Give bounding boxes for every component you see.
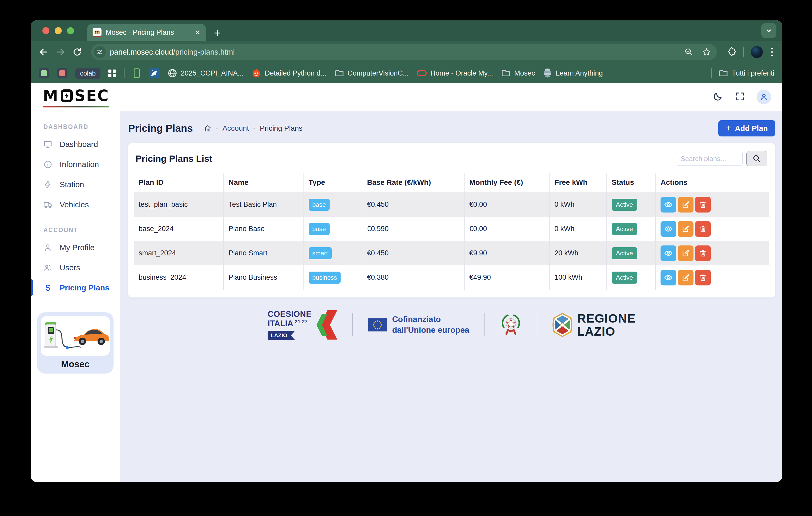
bookmark-phone[interactable] [133, 68, 141, 79]
card-title: Pricing Plans List [136, 153, 212, 164]
browser-profile-avatar[interactable] [751, 46, 763, 58]
dollar-icon: $ [44, 283, 52, 293]
bookmark-learn-anything[interactable]: Learn Anything [543, 68, 603, 79]
sidebar-item-station[interactable]: Station [31, 174, 120, 194]
database-layers-icon [543, 68, 552, 79]
site-controls-button[interactable] [94, 46, 106, 58]
sidebar-item-label: Pricing Plans [60, 283, 109, 292]
view-button[interactable] [661, 245, 676, 261]
edit-button[interactable] [678, 221, 694, 237]
coesione-lazio-banner: LAZIO [268, 331, 295, 340]
browser-tab[interactable]: m Mosec - Pricing Plans ✕ [87, 24, 206, 41]
url-domain: panel.mosec.cloud [110, 48, 173, 56]
cell-free-kwh: 20 kWh [550, 241, 607, 265]
phone-icon [133, 68, 141, 79]
edit-button[interactable] [678, 197, 694, 213]
search-input[interactable] [676, 152, 743, 166]
extensions-button[interactable] [726, 47, 736, 57]
col-free-kwh: Free kWh [550, 173, 607, 192]
trash-icon [699, 273, 707, 282]
dark-mode-toggle[interactable] [713, 91, 723, 103]
screen: m Mosec - Pricing Plans ✕ + panel.mosec.… [0, 0, 812, 516]
fullscreen-button[interactable] [734, 91, 745, 103]
zoom-out-icon [684, 47, 694, 57]
delete-button[interactable] [695, 270, 711, 285]
delete-button[interactable] [695, 245, 711, 261]
sidebar-item-dashboard[interactable]: Dashboard [31, 134, 120, 154]
breadcrumb-account-link[interactable]: Account [222, 124, 249, 132]
home-icon[interactable] [204, 124, 212, 132]
sidebar-item-information[interactable]: Information [31, 154, 120, 174]
new-tab-button[interactable]: + [214, 27, 221, 39]
italy-emblem-icon [500, 313, 522, 337]
cell-monthly-fee: €9.90 [464, 241, 549, 265]
col-status: Status [607, 173, 656, 192]
bookmark-mysql[interactable] [149, 68, 160, 79]
url-text: panel.mosec.cloud/pricing-plans.html [110, 48, 235, 57]
col-actions: Actions [656, 173, 770, 192]
bookmark-ccpi[interactable]: 2025_CCPI_AINA... [167, 68, 243, 78]
delete-button[interactable] [695, 221, 711, 237]
delete-button[interactable] [695, 197, 711, 213]
sidebar-item-label: Station [60, 180, 84, 189]
zoom-out-button[interactable] [684, 47, 694, 57]
funding-logos: COESIONE ITALIA21-27 LAZIO [128, 309, 775, 340]
bookmark-star-button[interactable] [702, 47, 711, 57]
forward-arrow-icon [55, 47, 65, 57]
reload-button[interactable] [72, 47, 82, 57]
sidebar-item-pricing-plans[interactable]: $ Pricing Plans [31, 278, 120, 298]
logo-text-right: SEC [75, 87, 109, 104]
bookmark-red-square[interactable] [57, 68, 67, 79]
all-bookmarks-button[interactable]: Tutti i preferiti [718, 68, 774, 78]
type-badge: base [309, 199, 329, 211]
traffic-lights [42, 27, 74, 34]
person-icon [44, 243, 52, 252]
table-row: smart_2024 Piano Smart smart €0.450 €9.9… [134, 241, 770, 265]
view-button[interactable] [661, 197, 676, 213]
folder-icon [334, 68, 344, 78]
pricing-plans-table: Plan ID Name Type Base Rate (€/kWh) Mont… [134, 173, 770, 290]
bookmark-colab[interactable]: colab [75, 68, 100, 79]
bookmark-label: ComputerVisionC... [348, 69, 409, 78]
coesione-arrow-icon [315, 310, 337, 340]
cell-name: Piano Smart [224, 241, 303, 265]
cell-base-rate: €0.450 [362, 192, 464, 217]
browser-menu-button[interactable] [770, 48, 774, 56]
sidebar-item-vehicles[interactable]: Vehicles [31, 194, 120, 215]
cell-base-rate: €0.590 [362, 217, 464, 241]
view-button[interactable] [661, 270, 676, 285]
sidebar-item-users[interactable]: Users [31, 257, 120, 278]
cell-base-rate: €0.380 [362, 265, 464, 290]
tab-search-chevron-button[interactable] [761, 23, 776, 38]
minimize-window-button[interactable] [55, 27, 62, 34]
cell-plan-id: business_2024 [134, 265, 224, 290]
search-button[interactable] [746, 151, 767, 166]
edit-button[interactable] [678, 270, 694, 285]
logo-text-left: M [43, 87, 59, 104]
forward-button[interactable] [55, 47, 65, 57]
add-plan-label: Add Plan [735, 124, 768, 133]
tab-close-icon[interactable]: ✕ [195, 29, 200, 37]
type-badge: smart [309, 247, 332, 259]
apps-grid-icon[interactable] [108, 69, 116, 77]
folder-icon [718, 68, 728, 78]
view-button[interactable] [661, 221, 676, 237]
bookmark-computervision[interactable]: ComputerVisionC... [334, 68, 409, 78]
bookmark-oracle[interactable]: Home - Oracle My... [416, 69, 493, 78]
bookmark-green-square[interactable] [39, 68, 49, 79]
bookmark-python-doc[interactable]: Detailed Python d... [252, 68, 326, 78]
url-bar[interactable]: panel.mosec.cloud/pricing-plans.html [91, 44, 717, 60]
add-plan-button[interactable]: + Add Plan [718, 120, 775, 136]
globe-icon [167, 68, 177, 78]
bookmark-mosec-folder[interactable]: Mosec [501, 68, 535, 78]
eu-line2: dall'Unione europea [392, 325, 469, 335]
cell-name: Test Basic Plan [224, 192, 303, 217]
close-window-button[interactable] [42, 27, 50, 34]
sidebar-item-my-profile[interactable]: My Profile [31, 237, 120, 257]
app-topbar: M SEC [31, 83, 782, 111]
user-avatar-button[interactable] [757, 90, 771, 104]
lazio-line1: REGIONE [577, 312, 636, 325]
back-button[interactable] [39, 47, 49, 57]
zoom-window-button[interactable] [67, 27, 74, 34]
edit-button[interactable] [678, 245, 694, 261]
